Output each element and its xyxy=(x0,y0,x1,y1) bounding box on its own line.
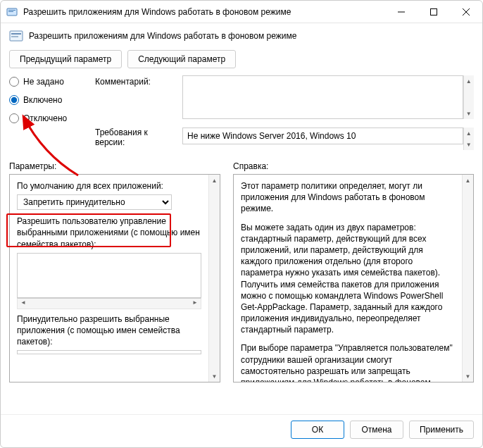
parameters-pane: По умолчанию для всех приложений: Запрет… xyxy=(9,174,220,382)
svg-rect-8 xyxy=(11,33,21,35)
help-paragraph-3: При выборе параметра "Управляется пользо… xyxy=(241,342,455,382)
radio-not-configured-input[interactable] xyxy=(9,77,19,87)
previous-setting-button[interactable]: Предыдущий параметр xyxy=(9,50,122,68)
window-title: Разрешить приложениям для Windows работа… xyxy=(23,7,385,17)
maximize-button[interactable] xyxy=(418,1,450,23)
radio-enabled[interactable]: Включено xyxy=(9,95,92,105)
svg-rect-2 xyxy=(8,11,13,12)
parameters-scrollbar[interactable]: ▲ ▼ xyxy=(208,175,220,382)
allow-user-manage-listbox[interactable] xyxy=(17,253,201,298)
scroll-up-icon: ▲ xyxy=(209,175,220,186)
dialog-button-bar: ОК Отмена Применить xyxy=(1,414,482,447)
allow-user-manage-hscroll[interactable]: ◄► xyxy=(17,298,201,309)
requirements-label: Требования к версии: xyxy=(95,127,180,147)
force-allow-label: Принудительно разрешить выбранные прилож… xyxy=(17,313,201,348)
policy-icon xyxy=(9,29,23,43)
parameters-heading: Параметры: xyxy=(9,161,220,171)
radio-disabled-input[interactable] xyxy=(9,113,19,123)
cancel-button[interactable]: Отмена xyxy=(350,421,403,439)
comment-label: Комментарий: xyxy=(95,75,180,87)
svg-rect-4 xyxy=(431,8,437,15)
next-setting-button[interactable]: Следующий параметр xyxy=(127,50,236,68)
allow-user-manage-label: Разрешить пользователю управление выбран… xyxy=(17,216,201,250)
help-scrollbar[interactable]: ▲ ▼ xyxy=(462,175,473,382)
help-pane: Этот параметр политики определяет, могут… xyxy=(233,174,474,382)
radio-disabled-label: Отключено xyxy=(23,113,67,123)
radio-disabled[interactable]: Отключено xyxy=(9,113,92,123)
force-allow-listbox[interactable] xyxy=(17,350,201,354)
ok-button[interactable]: ОК xyxy=(291,421,344,439)
help-heading: Справка: xyxy=(233,161,474,171)
help-paragraph-2: Вы можете задать один из двух параметров… xyxy=(241,222,455,336)
comment-scrollbar[interactable]: ▲▼ xyxy=(463,75,474,119)
comment-input[interactable] xyxy=(182,75,463,119)
default-for-apps-label: По умолчанию для всех приложений: xyxy=(17,180,201,192)
svg-rect-9 xyxy=(11,36,18,37)
requirements-scrollbar[interactable]: ▲▼ xyxy=(463,127,474,150)
scroll-down-icon: ▼ xyxy=(209,371,220,382)
radio-not-configured-label: Не задано xyxy=(23,77,64,87)
state-radio-group: Не задано Включено Отключено xyxy=(9,75,92,123)
minimize-button[interactable] xyxy=(385,1,418,23)
apply-button[interactable]: Применить xyxy=(409,421,474,439)
app-icon xyxy=(6,6,18,18)
radio-not-configured[interactable]: Не задано xyxy=(9,77,92,87)
default-for-apps-select[interactable]: Запретить принудительно xyxy=(17,194,172,210)
radio-enabled-label: Включено xyxy=(23,95,62,105)
scroll-down-icon: ▼ xyxy=(463,371,473,382)
title-bar: Разрешить приложениям для Windows работа… xyxy=(1,1,482,23)
help-paragraph-1: Этот параметр политики определяет, могут… xyxy=(241,180,455,215)
requirements-value: Не ниже Windows Server 2016, Windows 10 xyxy=(182,127,463,144)
nav-buttons: Предыдущий параметр Следующий параметр xyxy=(1,46,482,75)
radio-enabled-input[interactable] xyxy=(9,95,19,105)
close-button[interactable] xyxy=(450,1,482,23)
policy-title: Разрешить приложениям для Windows работа… xyxy=(29,31,296,41)
scroll-up-icon: ▲ xyxy=(463,175,473,186)
svg-rect-1 xyxy=(8,10,15,11)
policy-header: Разрешить приложениям для Windows работа… xyxy=(1,23,482,46)
